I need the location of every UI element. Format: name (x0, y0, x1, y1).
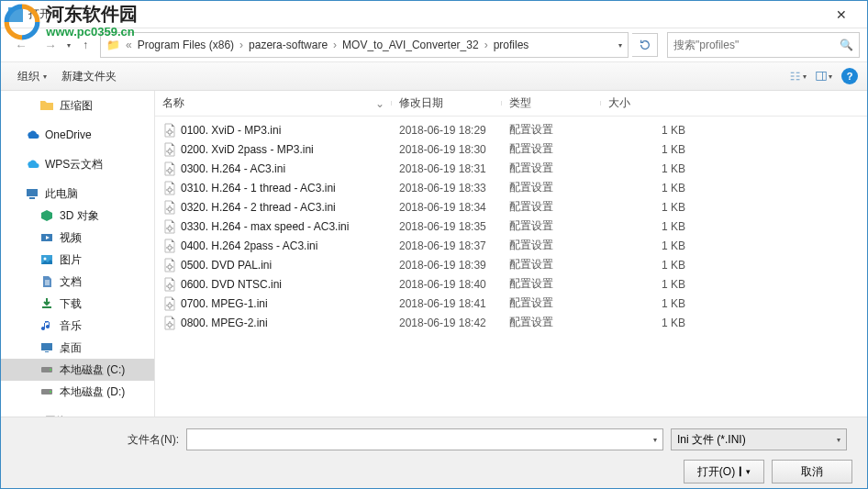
search-box[interactable]: 🔍 (667, 32, 860, 58)
file-row[interactable]: 0600. DVD NTSC.ini2018-06-19 18:40配置设置1 … (155, 274, 867, 294)
3d-icon (39, 208, 54, 223)
column-size[interactable]: 大小 (601, 95, 693, 111)
file-name: 0310. H.264 - 1 thread - AC3.ini (181, 182, 336, 194)
file-row[interactable]: 0700. MPEG-1.ini2018-06-19 18:41配置设置1 KB (155, 294, 867, 313)
file-name: 0700. MPEG-1.ini (181, 297, 268, 310)
ini-file-icon (162, 200, 177, 215)
sidebar-item[interactable]: 本地磁盘 (C:) (1, 359, 154, 381)
chevron-down-icon[interactable]: ▾ (618, 41, 622, 50)
file-date: 2018-06-19 18:35 (392, 220, 502, 233)
file-list: 名称⌄ 修改日期 类型 大小 0100. XviD - MP3.ini2018-… (155, 91, 867, 417)
file-row[interactable]: 0310. H.264 - 1 thread - AC3.ini2018-06-… (155, 178, 867, 197)
video-icon (39, 230, 54, 245)
svg-rect-2 (27, 189, 38, 196)
sidebar-item[interactable]: 音乐 (1, 315, 154, 337)
cancel-button[interactable]: 取消 (772, 460, 852, 483)
sidebar-item[interactable]: 图片 (1, 249, 154, 271)
breadcrumb[interactable]: 📁 « Program Files (x86) › pazera-softwar… (100, 32, 629, 58)
split-dropdown-icon[interactable]: ▎▾ (740, 467, 751, 476)
app-icon (8, 7, 23, 22)
chevron-left-icon: « (126, 39, 132, 51)
filename-input[interactable] (193, 433, 653, 446)
sidebar-item[interactable]: 此电脑 (1, 183, 154, 205)
search-input[interactable] (673, 39, 840, 51)
pc-icon (25, 186, 39, 201)
file-row[interactable]: 0200. XviD 2pass - MP3.ini2018-06-19 18:… (155, 139, 867, 159)
file-row[interactable]: 0400. H.264 2pass - AC3.ini2018-06-19 18… (155, 236, 867, 255)
newfolder-button[interactable]: 新建文件夹 (54, 65, 124, 88)
sidebar-item-label: WPS云文档 (45, 157, 103, 172)
column-headers: 名称⌄ 修改日期 类型 大小 (155, 91, 867, 117)
sidebar-item[interactable]: 视频 (1, 227, 154, 249)
column-type[interactable]: 类型 (502, 95, 601, 111)
sidebar-item[interactable]: WPS云文档 (1, 153, 154, 175)
chevron-down-icon[interactable]: ▾ (653, 436, 657, 444)
breadcrumb-item[interactable]: MOV_to_AVI_Converter_32 (342, 39, 479, 51)
sidebar-item-label: 网络 (45, 414, 67, 417)
history-dropdown-icon[interactable]: ▾ (67, 41, 71, 50)
file-size: 1 KB (601, 220, 693, 233)
sidebar-item[interactable]: 3D 对象 (1, 205, 154, 227)
network-icon (25, 414, 39, 417)
file-name: 0320. H.264 - 2 thread - AC3.ini (181, 201, 336, 214)
sidebar-item-label: 本地磁盘 (D:) (60, 384, 125, 400)
svg-rect-0 (817, 72, 827, 81)
sidebar-item[interactable]: 本地磁盘 (D:) (1, 381, 154, 403)
file-size: 1 KB (601, 162, 693, 175)
refresh-button[interactable] (632, 33, 658, 57)
sidebar-item[interactable]: 桌面 (1, 337, 154, 359)
filename-combobox[interactable]: ▾ (186, 428, 663, 450)
navbar: ← → ▾ ↑ 📁 « Program Files (x86) › pazera… (1, 28, 867, 61)
filetype-select[interactable]: Ini 文件 (*.INI) ▾ (671, 428, 847, 450)
forward-button[interactable]: → (38, 32, 63, 58)
file-name: 0800. MPEG-2.ini (181, 317, 268, 329)
file-rows: 0100. XviD - MP3.ini2018-06-19 18:29配置设置… (155, 117, 867, 417)
file-row[interactable]: 0300. H.264 - AC3.ini2018-06-19 18:31配置设… (155, 159, 867, 178)
file-row[interactable]: 0800. MPEG-2.ini2018-06-19 18:42配置设置1 KB (155, 313, 867, 332)
breadcrumb-item[interactable]: pazera-software (249, 39, 328, 51)
file-row[interactable]: 0330. H.264 - max speed - AC3.ini2018-06… (155, 217, 867, 236)
sidebar-item[interactable]: 网络 (1, 410, 154, 417)
file-date: 2018-06-19 18:34 (392, 201, 502, 214)
view-button[interactable]: ▾ (790, 68, 807, 84)
titlebar: 打开 ✕ (1, 1, 867, 28)
sidebar-item[interactable]: 下载 (1, 293, 154, 315)
close-button[interactable]: ✕ (823, 2, 860, 28)
expand-icon: ⌄ (375, 97, 384, 110)
back-button[interactable]: ← (8, 32, 34, 58)
file-row[interactable]: 0320. H.264 - 2 thread - AC3.ini2018-06-… (155, 197, 867, 217)
music-icon (39, 318, 54, 333)
file-type: 配置设置 (502, 295, 601, 311)
breadcrumb-item[interactable]: Program Files (x86) (138, 39, 234, 51)
breadcrumb-item[interactable]: profiles (494, 39, 529, 51)
filename-label: 文件名(N): (14, 432, 179, 448)
chevron-right-icon: › (333, 39, 337, 51)
sidebar-item-label: 图片 (60, 252, 82, 268)
organize-button[interactable]: 组织 ▾ (10, 65, 54, 88)
sidebar-item-label: 压缩图 (60, 98, 93, 114)
sidebar-item-label: 下载 (60, 296, 82, 312)
svg-point-6 (44, 258, 47, 261)
file-row[interactable]: 0500. DVD PAL.ini2018-06-19 18:39配置设置1 K… (155, 255, 867, 274)
file-date: 2018-06-19 18:42 (392, 317, 502, 329)
filetype-label: Ini 文件 (*.INI) (677, 432, 746, 448)
open-button[interactable]: 打开(O)▎▾ (684, 460, 764, 483)
sidebar-item[interactable]: OneDrive (1, 124, 154, 146)
svg-rect-9 (45, 351, 49, 352)
help-button[interactable]: ? (841, 68, 858, 84)
sidebar-item[interactable]: 压缩图 (1, 94, 154, 117)
search-icon[interactable]: 🔍 (840, 39, 853, 51)
ini-file-icon (162, 161, 177, 176)
svg-point-13 (50, 391, 51, 393)
column-date[interactable]: 修改日期 (392, 95, 502, 111)
sidebar-item-label: 此电脑 (45, 186, 78, 202)
chevron-right-icon: › (239, 39, 243, 51)
file-row[interactable]: 0100. XviD - MP3.ini2018-06-19 18:29配置设置… (155, 120, 867, 139)
file-date: 2018-06-19 18:31 (392, 162, 502, 175)
sidebar-item-label: 音乐 (60, 318, 82, 334)
preview-pane-button[interactable]: ▾ (816, 68, 832, 84)
wps-icon (25, 157, 39, 172)
sidebar-item[interactable]: 文档 (1, 271, 154, 293)
column-name[interactable]: 名称⌄ (155, 95, 392, 111)
up-button[interactable]: ↑ (74, 32, 96, 58)
